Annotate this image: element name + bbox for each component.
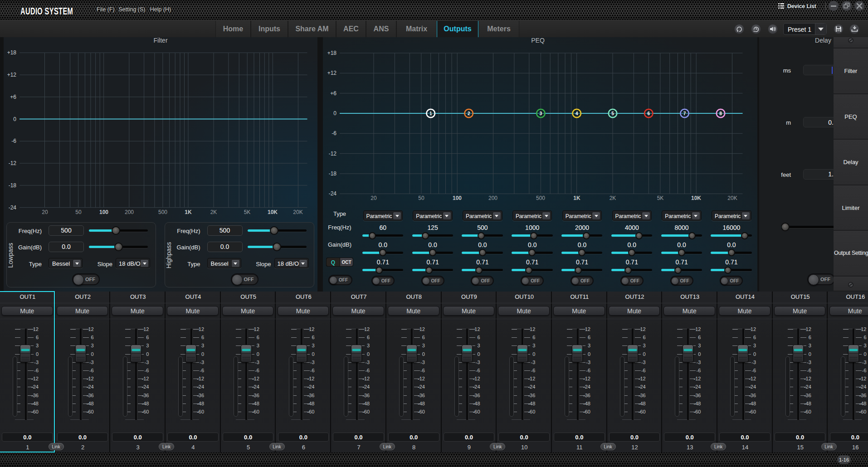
- svg-text:4: 4: [575, 111, 578, 116]
- svg-text:8: 8: [719, 111, 722, 116]
- svg-text:3: 3: [540, 111, 542, 116]
- svg-text:5: 5: [611, 111, 614, 116]
- svg-text:2: 2: [468, 111, 470, 116]
- svg-text:6: 6: [648, 111, 650, 116]
- svg-text:7: 7: [683, 111, 686, 116]
- svg-text:1: 1: [429, 111, 432, 116]
